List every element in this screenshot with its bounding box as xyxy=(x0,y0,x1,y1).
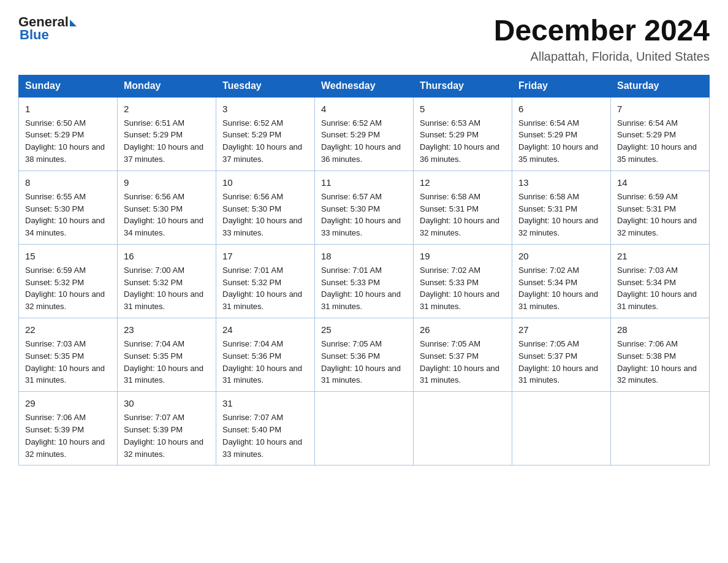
logo: General Blue xyxy=(18,15,77,43)
calendar-day-cell: 3Sunrise: 6:52 AMSunset: 5:29 PMDaylight… xyxy=(216,97,315,171)
calendar-day-cell: 26Sunrise: 7:05 AMSunset: 5:37 PMDayligh… xyxy=(414,318,512,392)
day-number: 27 xyxy=(518,323,604,337)
day-number: 1 xyxy=(25,102,111,116)
day-info: Sunrise: 7:00 AMSunset: 5:32 PMDaylight:… xyxy=(124,266,203,312)
calendar-day-cell: 13Sunrise: 6:58 AMSunset: 5:31 PMDayligh… xyxy=(512,170,611,244)
day-info: Sunrise: 6:52 AMSunset: 5:29 PMDaylight:… xyxy=(222,118,302,164)
day-of-week-header: Monday xyxy=(118,75,216,97)
day-number: 14 xyxy=(617,176,703,190)
day-of-week-header: Tuesday xyxy=(216,75,315,97)
calendar-day-cell: 7Sunrise: 6:54 AMSunset: 5:29 PMDaylight… xyxy=(611,97,710,171)
day-info: Sunrise: 7:03 AMSunset: 5:34 PMDaylight:… xyxy=(617,266,697,312)
day-of-week-header: Saturday xyxy=(611,75,710,97)
calendar-day-cell: 4Sunrise: 6:52 AMSunset: 5:29 PMDaylight… xyxy=(315,97,414,171)
day-number: 3 xyxy=(222,102,308,116)
logo-arrow-icon xyxy=(70,20,77,26)
calendar-day-cell: 30Sunrise: 7:07 AMSunset: 5:39 PMDayligh… xyxy=(118,392,216,465)
day-number: 8 xyxy=(25,176,111,190)
day-info: Sunrise: 6:56 AMSunset: 5:30 PMDaylight:… xyxy=(222,192,302,238)
calendar-day-cell: 24Sunrise: 7:04 AMSunset: 5:36 PMDayligh… xyxy=(216,318,315,392)
calendar-week-row: 22Sunrise: 7:03 AMSunset: 5:35 PMDayligh… xyxy=(19,318,710,392)
calendar-week-row: 8Sunrise: 6:55 AMSunset: 5:30 PMDaylight… xyxy=(19,170,710,244)
day-info: Sunrise: 7:02 AMSunset: 5:34 PMDaylight:… xyxy=(518,266,598,312)
calendar-day-cell xyxy=(512,392,611,465)
day-number: 16 xyxy=(124,250,210,263)
day-info: Sunrise: 6:53 AMSunset: 5:29 PMDaylight:… xyxy=(420,118,499,164)
day-of-week-header: Wednesday xyxy=(315,75,414,97)
title-block: December 2024 Allapattah, Florida, Unite… xyxy=(494,15,710,64)
location-subtitle: Allapattah, Florida, United States xyxy=(494,50,710,64)
day-number: 13 xyxy=(518,176,604,190)
day-number: 25 xyxy=(321,323,407,337)
calendar-day-cell: 31Sunrise: 7:07 AMSunset: 5:40 PMDayligh… xyxy=(216,392,315,465)
day-number: 6 xyxy=(518,102,604,116)
calendar-week-row: 29Sunrise: 7:06 AMSunset: 5:39 PMDayligh… xyxy=(19,392,710,465)
day-number: 29 xyxy=(25,397,111,410)
day-number: 18 xyxy=(321,250,407,263)
calendar-day-cell: 21Sunrise: 7:03 AMSunset: 5:34 PMDayligh… xyxy=(611,245,710,318)
day-info: Sunrise: 7:07 AMSunset: 5:40 PMDaylight:… xyxy=(222,413,302,459)
day-info: Sunrise: 7:04 AMSunset: 5:36 PMDaylight:… xyxy=(222,339,302,385)
calendar-week-row: 1Sunrise: 6:50 AMSunset: 5:29 PMDaylight… xyxy=(19,97,710,171)
day-info: Sunrise: 6:59 AMSunset: 5:32 PMDaylight:… xyxy=(25,266,105,312)
calendar-day-cell: 29Sunrise: 7:06 AMSunset: 5:39 PMDayligh… xyxy=(19,392,118,465)
day-number: 21 xyxy=(617,250,703,263)
calendar-week-row: 15Sunrise: 6:59 AMSunset: 5:32 PMDayligh… xyxy=(19,245,710,318)
day-info: Sunrise: 6:50 AMSunset: 5:29 PMDaylight:… xyxy=(25,118,105,164)
calendar-day-cell: 2Sunrise: 6:51 AMSunset: 5:29 PMDaylight… xyxy=(118,97,216,171)
day-info: Sunrise: 7:03 AMSunset: 5:35 PMDaylight:… xyxy=(25,339,105,385)
day-info: Sunrise: 6:58 AMSunset: 5:31 PMDaylight:… xyxy=(518,192,598,238)
calendar-header-row: SundayMondayTuesdayWednesdayThursdayFrid… xyxy=(19,75,710,97)
calendar-day-cell: 19Sunrise: 7:02 AMSunset: 5:33 PMDayligh… xyxy=(414,245,512,318)
day-number: 2 xyxy=(124,102,210,116)
day-number: 30 xyxy=(124,397,210,410)
calendar-day-cell: 9Sunrise: 6:56 AMSunset: 5:30 PMDaylight… xyxy=(118,170,216,244)
calendar-day-cell: 1Sunrise: 6:50 AMSunset: 5:29 PMDaylight… xyxy=(19,97,118,171)
calendar-day-cell xyxy=(315,392,414,465)
calendar-day-cell xyxy=(414,392,512,465)
day-number: 24 xyxy=(222,323,308,337)
day-number: 23 xyxy=(124,323,210,337)
calendar-day-cell: 27Sunrise: 7:05 AMSunset: 5:37 PMDayligh… xyxy=(512,318,611,392)
calendar-day-cell xyxy=(611,392,710,465)
day-info: Sunrise: 6:57 AMSunset: 5:30 PMDaylight:… xyxy=(321,192,401,238)
day-info: Sunrise: 6:54 AMSunset: 5:29 PMDaylight:… xyxy=(518,118,598,164)
day-info: Sunrise: 6:58 AMSunset: 5:31 PMDaylight:… xyxy=(420,192,499,238)
calendar-day-cell: 23Sunrise: 7:04 AMSunset: 5:35 PMDayligh… xyxy=(118,318,216,392)
calendar-day-cell: 8Sunrise: 6:55 AMSunset: 5:30 PMDaylight… xyxy=(19,170,118,244)
calendar-day-cell: 12Sunrise: 6:58 AMSunset: 5:31 PMDayligh… xyxy=(414,170,512,244)
day-number: 15 xyxy=(25,250,111,263)
day-number: 9 xyxy=(124,176,210,190)
day-number: 7 xyxy=(617,102,703,116)
calendar-day-cell: 22Sunrise: 7:03 AMSunset: 5:35 PMDayligh… xyxy=(19,318,118,392)
day-info: Sunrise: 7:01 AMSunset: 5:32 PMDaylight:… xyxy=(222,266,302,312)
day-info: Sunrise: 6:55 AMSunset: 5:30 PMDaylight:… xyxy=(25,192,105,238)
day-number: 12 xyxy=(420,176,506,190)
day-info: Sunrise: 6:59 AMSunset: 5:31 PMDaylight:… xyxy=(617,192,697,238)
day-number: 10 xyxy=(222,176,308,190)
calendar-day-cell: 11Sunrise: 6:57 AMSunset: 5:30 PMDayligh… xyxy=(315,170,414,244)
day-info: Sunrise: 6:52 AMSunset: 5:29 PMDaylight:… xyxy=(321,118,401,164)
page-header: General Blue December 2024 Allapattah, F… xyxy=(18,15,710,64)
calendar-day-cell: 15Sunrise: 6:59 AMSunset: 5:32 PMDayligh… xyxy=(19,245,118,318)
day-number: 20 xyxy=(518,250,604,263)
calendar-day-cell: 25Sunrise: 7:05 AMSunset: 5:36 PMDayligh… xyxy=(315,318,414,392)
calendar-day-cell: 16Sunrise: 7:00 AMSunset: 5:32 PMDayligh… xyxy=(118,245,216,318)
day-info: Sunrise: 7:06 AMSunset: 5:39 PMDaylight:… xyxy=(25,413,105,459)
day-info: Sunrise: 7:02 AMSunset: 5:33 PMDaylight:… xyxy=(420,266,499,312)
calendar-day-cell: 6Sunrise: 6:54 AMSunset: 5:29 PMDaylight… xyxy=(512,97,611,171)
logo-blue-text: Blue xyxy=(20,27,49,43)
calendar-day-cell: 28Sunrise: 7:06 AMSunset: 5:38 PMDayligh… xyxy=(611,318,710,392)
calendar-day-cell: 20Sunrise: 7:02 AMSunset: 5:34 PMDayligh… xyxy=(512,245,611,318)
day-number: 5 xyxy=(420,102,506,116)
calendar-day-cell: 14Sunrise: 6:59 AMSunset: 5:31 PMDayligh… xyxy=(611,170,710,244)
day-info: Sunrise: 7:07 AMSunset: 5:39 PMDaylight:… xyxy=(124,413,203,459)
day-of-week-header: Thursday xyxy=(414,75,512,97)
day-info: Sunrise: 6:54 AMSunset: 5:29 PMDaylight:… xyxy=(617,118,697,164)
calendar-table: SundayMondayTuesdayWednesdayThursdayFrid… xyxy=(18,75,710,466)
day-number: 11 xyxy=(321,176,407,190)
day-number: 19 xyxy=(420,250,506,263)
day-number: 22 xyxy=(25,323,111,337)
month-title: December 2024 xyxy=(494,15,710,47)
day-number: 4 xyxy=(321,102,407,116)
